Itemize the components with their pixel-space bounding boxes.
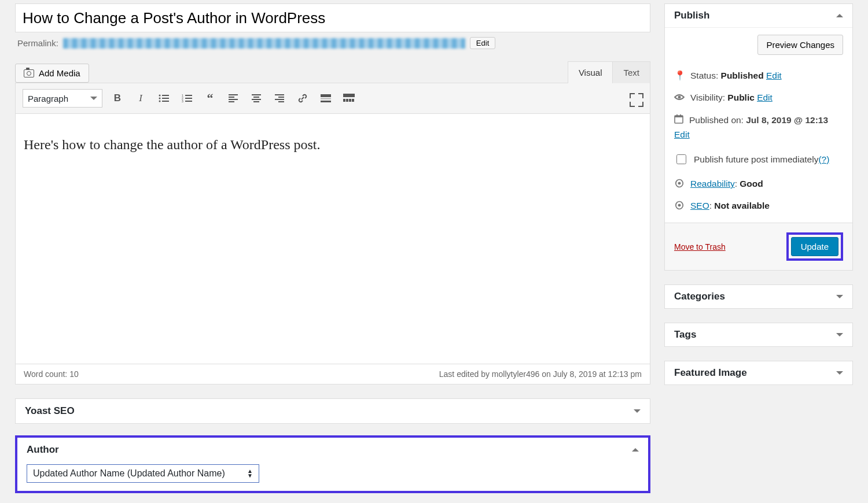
bold-button[interactable]: B: [109, 90, 126, 106]
edit-published-link[interactable]: Edit: [674, 130, 690, 139]
add-media-button[interactable]: Add Media: [15, 64, 89, 83]
status-line: 📍 Status: Published Edit: [674, 64, 843, 87]
align-right-button[interactable]: [271, 90, 288, 106]
svg-rect-21: [278, 97, 284, 98]
svg-rect-34: [675, 116, 683, 117]
content-editor[interactable]: Here's how to change the author of a Wor…: [16, 114, 650, 364]
chevron-down-icon: [836, 295, 843, 298]
author-panel-header[interactable]: Author: [17, 438, 648, 462]
svg-rect-27: [343, 94, 355, 97]
edit-visibility-link[interactable]: Edit: [757, 93, 773, 102]
numbered-list-button[interactable]: 123: [179, 90, 195, 106]
editor: Paragraph B I 123 “: [15, 83, 650, 384]
editor-mode-tabs: Visual Text: [568, 61, 650, 83]
svg-rect-36: [680, 114, 681, 116]
permalink-row: Permalink: Edit: [17, 37, 650, 49]
author-panel: Author Updated Author Name (Updated Auth…: [15, 435, 650, 493]
future-publish-checkbox[interactable]: [676, 154, 686, 164]
svg-rect-28: [343, 99, 345, 102]
format-dropdown[interactable]: Paragraph: [23, 89, 102, 108]
future-publish-help-link[interactable]: (?): [818, 154, 829, 164]
select-arrows-icon: ▲▼: [247, 469, 253, 478]
yoast-readability-icon: ⦿: [674, 179, 685, 189]
categories-panel-header[interactable]: Categories: [665, 285, 852, 308]
yoast-seo-panel: Yoast SEO: [15, 398, 650, 424]
featured-image-panel: Featured Image: [664, 361, 853, 385]
last-edited: Last edited by mollytyler496 on July 8, …: [439, 369, 642, 379]
yoast-seo-panel-header[interactable]: Yoast SEO: [16, 399, 650, 423]
update-button[interactable]: Update: [791, 237, 838, 256]
svg-rect-13: [229, 97, 234, 98]
fullscreen-icon: [630, 93, 640, 103]
camera-icon: [24, 69, 34, 77]
svg-rect-26: [321, 101, 331, 102]
permalink-edit-button[interactable]: Edit: [470, 37, 495, 49]
read-more-button[interactable]: [318, 90, 334, 106]
bullet-list-button[interactable]: [156, 90, 172, 106]
svg-rect-35: [676, 114, 678, 116]
svg-rect-30: [349, 99, 351, 102]
chevron-down-icon: [90, 97, 97, 100]
svg-rect-9: [185, 98, 192, 99]
yoast-seo-icon: ⦿: [674, 201, 685, 211]
readability-line: ⦿ Readability: Good: [674, 173, 843, 195]
svg-rect-24: [321, 94, 331, 97]
chevron-down-icon: [836, 333, 843, 336]
toolbar-toggle-button[interactable]: [341, 90, 357, 106]
svg-rect-20: [275, 94, 284, 95]
editor-toolbar: Paragraph B I 123 “: [16, 83, 650, 114]
svg-rect-12: [229, 94, 238, 95]
post-title-input[interactable]: [15, 3, 650, 32]
author-select[interactable]: Updated Author Name (Updated Author Name…: [27, 464, 259, 483]
svg-rect-17: [253, 97, 259, 98]
published-on-line: Published on: Jul 8, 2019 @ 12:13 Edit: [674, 109, 843, 146]
fullscreen-button[interactable]: [627, 90, 643, 106]
add-media-label: Add Media: [39, 68, 80, 78]
svg-rect-22: [275, 99, 284, 100]
svg-rect-31: [352, 99, 354, 102]
editor-statusbar: Word count: 10 Last edited by mollytyler…: [16, 364, 650, 384]
svg-rect-29: [346, 99, 348, 102]
svg-rect-19: [253, 101, 259, 102]
svg-point-2: [159, 98, 161, 99]
svg-rect-7: [185, 95, 192, 96]
svg-rect-18: [252, 99, 261, 100]
seo-link[interactable]: SEO: [690, 201, 709, 210]
publish-panel: Publish Preview Changes 📍 Status: Publis…: [664, 3, 853, 271]
svg-rect-5: [162, 101, 169, 102]
svg-rect-16: [252, 94, 261, 95]
quote-button[interactable]: “: [202, 90, 218, 106]
move-to-trash-link[interactable]: Move to Trash: [674, 242, 726, 252]
pin-icon: 📍: [674, 70, 685, 81]
readability-link[interactable]: Readability: [690, 179, 735, 188]
calendar-icon: [674, 114, 683, 126]
svg-rect-25: [321, 98, 331, 99]
permalink-url-blurred: [63, 38, 465, 49]
featured-image-panel-header[interactable]: Featured Image: [665, 361, 852, 384]
tags-panel: Tags: [664, 323, 853, 347]
preview-changes-button[interactable]: Preview Changes: [757, 35, 843, 55]
svg-rect-3: [162, 98, 169, 99]
italic-button[interactable]: I: [133, 90, 149, 106]
chevron-up-icon: [836, 14, 843, 17]
align-center-button[interactable]: [248, 90, 264, 106]
svg-point-0: [159, 95, 161, 97]
future-publish-row: Publish future post immediately(?): [674, 146, 843, 173]
svg-rect-1: [162, 95, 169, 96]
publish-panel-header[interactable]: Publish: [665, 4, 852, 28]
permalink-label: Permalink:: [17, 38, 58, 48]
visibility-line: Visibility: Public Edit: [674, 87, 843, 109]
tab-visual[interactable]: Visual: [568, 61, 613, 83]
svg-rect-14: [229, 99, 238, 100]
seo-line: ⦿ SEO: Not available: [674, 195, 843, 217]
chevron-up-icon: [632, 448, 639, 452]
edit-status-link[interactable]: Edit: [766, 71, 782, 80]
svg-text:3: 3: [182, 99, 183, 102]
svg-rect-11: [185, 101, 192, 102]
categories-panel: Categories: [664, 284, 853, 309]
tags-panel-header[interactable]: Tags: [665, 323, 852, 346]
align-left-button[interactable]: [225, 90, 241, 106]
tab-text[interactable]: Text: [613, 61, 650, 83]
link-button[interactable]: [295, 90, 311, 106]
chevron-down-icon: [836, 371, 843, 375]
